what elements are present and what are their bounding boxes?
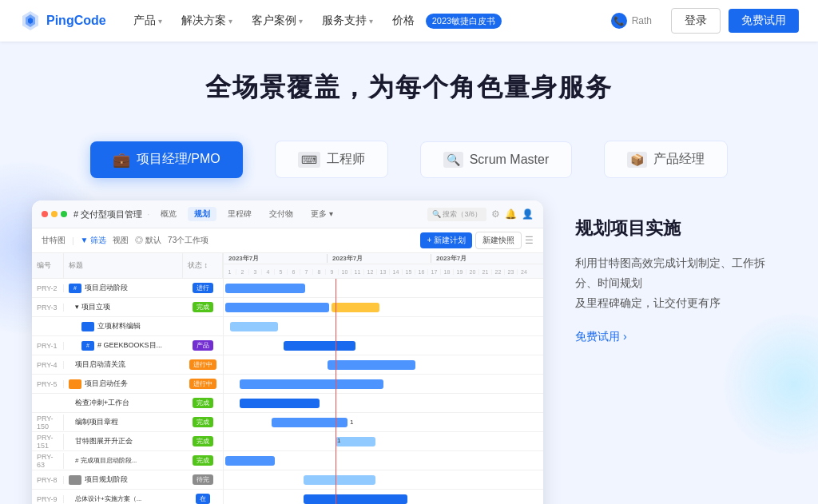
gantt-bar xyxy=(328,360,415,370)
role-tab-pmo-label: 项目经理/PMO xyxy=(137,151,220,168)
bar-row xyxy=(224,355,543,375)
role-tab-engineer[interactable]: ⌨ 工程师 xyxy=(275,141,388,178)
gantt-bar xyxy=(336,437,375,446)
dot-maximize xyxy=(61,211,67,217)
table-row: PRY-151 甘特图展开升正会 完成 xyxy=(32,432,223,451)
date-cell: 16 xyxy=(415,269,428,275)
new-snapshot-button[interactable]: 新建快照 xyxy=(475,232,522,249)
cell-status: 进行中 xyxy=(183,379,223,389)
cell-num: PRY-4 xyxy=(32,361,64,369)
free-trial-button[interactable]: 免费试用 xyxy=(729,9,799,33)
tab-delivery[interactable]: 交付物 xyxy=(263,207,300,221)
bar-row xyxy=(224,490,543,504)
cell-title: 检查冲刺+工作台 xyxy=(64,398,183,408)
gantt-project-title: # 交付型项目管理 xyxy=(73,208,142,220)
new-plan-button[interactable]: + 新建计划 xyxy=(420,232,472,248)
bar-row xyxy=(224,451,543,470)
row-icon xyxy=(69,379,81,389)
month-label-3: 2023年7月 xyxy=(431,254,535,263)
cell-title: 立项材料编辑 xyxy=(64,321,183,331)
gantt-bar xyxy=(304,494,407,504)
role-tabs: 💼 项目经理/PMO ⌨ 工程师 🔍 Scrum Master 📦 产品经理 xyxy=(0,141,818,178)
cell-title: # 完成项目启动阶段... xyxy=(64,456,183,465)
cell-num: PRY-5 xyxy=(32,380,64,388)
tab-milestone[interactable]: 里程碑 xyxy=(221,207,258,221)
logo[interactable]: PingCode xyxy=(19,10,106,32)
cell-status: 待完 xyxy=(183,474,223,485)
nav-item-cases[interactable]: 客户案例 ▾ xyxy=(244,9,311,33)
gantt-bar xyxy=(304,475,375,485)
settings-icon[interactable]: ⚙ xyxy=(491,208,500,220)
toolbar-default[interactable]: ◎ 默认 xyxy=(135,235,161,246)
separator: | xyxy=(72,236,74,245)
cell-title: 总体设计+实施方案（... xyxy=(64,494,183,503)
status-badge: 完成 xyxy=(193,436,213,446)
chevron-down-icon: ▾ xyxy=(228,17,232,26)
tab-more[interactable]: 更多 ▾ xyxy=(304,207,340,221)
date-cell: 23 xyxy=(505,269,518,275)
bar-row xyxy=(224,375,543,394)
toolbar-new-actions: + 新建计划 新建快照 ☰ xyxy=(420,232,534,249)
cell-status: 进行 xyxy=(183,283,223,293)
table-row: PRY-2 # 项目启动阶段 进行 xyxy=(32,279,223,298)
table-row: PRY-8 项目规划阶段 待完 xyxy=(32,470,223,490)
toolbar-count: 73个工作项 xyxy=(168,235,208,246)
bar-row xyxy=(224,279,543,298)
toolbar-view[interactable]: 视图 xyxy=(113,235,129,246)
nav-item-product[interactable]: 产品 ▾ xyxy=(125,9,170,33)
date-cell: 20 xyxy=(467,269,479,275)
cell-status: 产品 xyxy=(183,340,223,351)
cell-status: 完成 xyxy=(183,302,223,312)
tab-overview[interactable]: 概览 xyxy=(154,207,183,221)
bell-icon[interactable]: 🔔 xyxy=(505,208,517,220)
toolbar-filter[interactable]: ▼ 筛选 xyxy=(81,235,107,246)
table-row: PRY-150 编制项目章程 完成 xyxy=(32,413,223,432)
month-label-1: 2023年7月 xyxy=(224,254,328,263)
pmo-icon: 💼 xyxy=(113,151,130,169)
navbar: PingCode 产品 ▾ 解决方案 ▾ 客户案例 ▾ 服务支持 ▾ 价格 20… xyxy=(0,0,818,42)
bar-row xyxy=(224,317,543,336)
date-cell: 17 xyxy=(428,269,441,275)
status-badge: 完成 xyxy=(193,302,213,312)
gantt-bar xyxy=(230,322,278,331)
table-row: PRY-4 项目启动清关流 进行中 xyxy=(32,355,223,375)
main-content: # 交付型项目管理 · 概览 规划 里程碑 交付物 更多 ▾ 🔍 搜索（3/6）… xyxy=(0,200,818,504)
month-header: 2023年7月 2023年7月 2023年7月 xyxy=(224,253,543,264)
nav-item-solutions[interactable]: 解决方案 ▾ xyxy=(173,9,240,33)
nav-item-pricing[interactable]: 价格 xyxy=(384,9,423,33)
menu-icon[interactable]: ☰ xyxy=(525,235,534,246)
cell-status: 完成 xyxy=(183,398,223,408)
cell-status: 在 xyxy=(183,494,223,504)
bar-label: 1 xyxy=(347,418,355,427)
login-button[interactable]: 登录 xyxy=(671,8,721,34)
hero-section: 全场景覆盖，为每个角色量身服务 xyxy=(0,42,818,121)
cell-title: 项目启动清关流 xyxy=(64,359,183,370)
role-tab-pmo[interactable]: 💼 项目经理/PMO xyxy=(90,141,243,178)
cell-title: ▾ 项目立项 xyxy=(64,302,183,312)
role-tab-scrum[interactable]: 🔍 Scrum Master xyxy=(420,141,573,178)
role-tab-product[interactable]: 📦 产品经理 xyxy=(604,141,728,178)
cell-num: PRY-63 xyxy=(32,453,64,469)
row-icon xyxy=(69,475,81,485)
nav-item-support[interactable]: 服务支持 ▾ xyxy=(314,9,381,33)
search-bar[interactable]: 🔍 搜索（3/6） xyxy=(427,208,486,221)
status-badge: 进行中 xyxy=(189,359,216,370)
right-panel: 规划项目实施 利用甘特图高效完成计划制定、工作拆分、时间规划及里程碑确定，让交付… xyxy=(575,200,786,344)
user-icon[interactable]: 👤 xyxy=(522,208,534,220)
panel-title: 规划项目实施 xyxy=(575,216,786,240)
cell-title: 项目启动任务 xyxy=(64,379,183,389)
gantt-bar xyxy=(225,303,329,312)
cell-title: # 项目启动阶段 xyxy=(64,283,183,293)
table-row: 检查冲刺+工作台 完成 xyxy=(32,394,223,413)
panel-cta-link[interactable]: 免费试用 › xyxy=(575,330,786,344)
nav-badge-whitepaper[interactable]: 2023敏捷白皮书 xyxy=(426,14,502,29)
date-cell: 22 xyxy=(492,269,505,275)
cell-status: 完成 xyxy=(183,417,223,427)
gantt-bar xyxy=(225,456,275,466)
dot-close xyxy=(42,211,48,217)
bar-label: 1 xyxy=(337,437,340,444)
chevron-down-icon: ▾ xyxy=(299,17,303,26)
tab-plan[interactable]: 规划 xyxy=(188,207,216,221)
gantt-table: 编号 标题 状态 ↕ PRY-2 # 项目启动阶段 进行 xyxy=(32,253,224,504)
chevron-down-icon: ▾ xyxy=(158,17,162,26)
